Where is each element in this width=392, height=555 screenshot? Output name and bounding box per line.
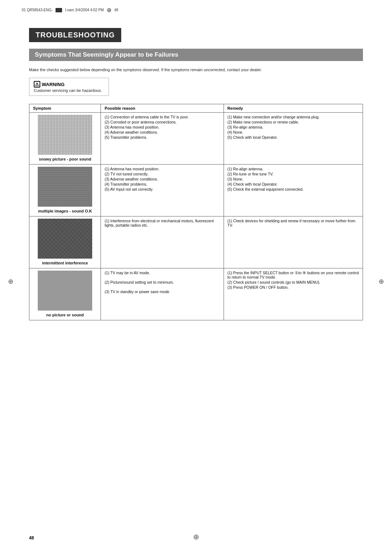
remedy-item: (5) Check the external equipment connect…: [228, 187, 359, 191]
header-meta: 01 QR58543-ENG- I-sam 3/4/2004 4:02 PM ⊕…: [0, 0, 392, 17]
symptom-cell-1: multiple images - sound O.K: [29, 165, 101, 216]
remedy-item: (4) None.: [228, 130, 359, 134]
warning-content: Customer servicing can be hazardous.: [34, 88, 102, 93]
symptom-cell-2: intermittent interference: [29, 216, 101, 268]
remedy-cell-2: (1) Check devices for shielding and rene…: [224, 216, 363, 268]
possible-item: (2) TV not tuned correctly.: [105, 172, 220, 176]
remedy-item: (5) Check with local Operator.: [228, 135, 359, 139]
remedy-item: (1) Press the INPUT SELECT button or ①to…: [228, 271, 359, 279]
symptom-image-0: [38, 115, 92, 155]
table-row: no picture or sound(1) TV may be in AV m…: [29, 268, 363, 320]
meta-text: 01 QR58543-ENG-: [22, 8, 53, 12]
symptom-image-3: [38, 271, 92, 311]
remedy-item: (2) Re-tune or fine tune TV.: [228, 172, 359, 176]
symptom-label-3: no picture or sound: [33, 313, 97, 317]
possible-item: (3) Antenna has moved position.: [105, 125, 220, 129]
possible-item: (5) AV Input not set correctly.: [105, 187, 220, 191]
warning-label: ⚠ WARNING: [34, 81, 102, 88]
meta-block1: [56, 8, 62, 12]
remedy-item: (1) Re-align antenna.: [228, 167, 359, 171]
remedy-item: (3) Re-align antenna.: [228, 125, 359, 129]
symptom-image-2: [38, 219, 92, 259]
table-header-row: Symptom Possible reason Remedy: [29, 104, 363, 113]
footer-page-number: 48: [29, 535, 34, 540]
possible-item: (2) Picture/sound setting set to minimum…: [105, 280, 220, 284]
symptom-cell-3: no picture or sound: [29, 268, 101, 320]
possible-item: (4) Transmitter problems.: [105, 182, 220, 186]
col-possible: Possible reason: [101, 104, 224, 113]
possible-item: (1) Antenna has moved position.: [105, 167, 220, 171]
page: 01 QR58543-ENG- I-sam 3/4/2004 4:02 PM ⊕…: [0, 0, 392, 555]
remedy-cell-3: (1) Press the INPUT SELECT button or ①to…: [224, 268, 363, 320]
crosshair-header: ⊕: [107, 7, 111, 13]
remedy-item: (4) Check with local Operator.: [228, 182, 359, 186]
remedy-item: (2) Check picture / sound controls (go t…: [228, 280, 359, 284]
symptom-image-1: [38, 167, 92, 207]
possible-item: (1) TV may be in AV mode.: [105, 271, 220, 275]
possible-cell-2: (1) Interference from electrical or mech…: [101, 216, 224, 268]
subtitle: Symptoms That Seemingly Appear to be Fai…: [29, 49, 363, 61]
possible-item: (4) Adverse weather conditions.: [105, 130, 220, 134]
possible-item: (3) TV in standby or power save mode.: [105, 289, 220, 294]
table-row: multiple images - sound O.K(1) Antenna h…: [29, 165, 363, 216]
symptom-label-0: snowy picture - poor sound: [33, 157, 97, 161]
remedy-cell-0: (1) Make new connection and/or change an…: [224, 113, 363, 165]
symptom-cell-0: snowy picture - poor sound: [29, 113, 101, 165]
possible-cell-0: (1) Connection of antenna cable to the T…: [101, 113, 224, 165]
footer-crosshair: ⊕: [193, 532, 199, 541]
col-symptom: Symptom: [29, 104, 101, 113]
warning-text-label: WARNING: [42, 82, 65, 87]
possible-item: (1) Connection of antenna cable to the T…: [105, 115, 220, 119]
possible-cell-1: (1) Antenna has moved position.(2) TV no…: [101, 165, 224, 216]
remedy-item: (3) Press POWER ON / OFF button.: [228, 285, 359, 289]
possible-item: (1) Interference from electrical or mech…: [105, 219, 220, 227]
symptom-label-1: multiple images - sound O.K: [33, 209, 97, 213]
possible-item: (5) Transmitter problems.: [105, 135, 220, 139]
warning-icon: ⚠: [34, 81, 40, 88]
troubleshooting-title: TROUBLESHOOTING: [29, 28, 121, 42]
right-margin-crosshair: ⊕: [379, 278, 384, 285]
warning-inner: ⚠ WARNING Customer servicing can be haza…: [34, 81, 102, 93]
intro-text: Make the checks suggested below dependin…: [29, 68, 363, 72]
remedy-item: (1) Make new connection and/or change an…: [228, 115, 359, 119]
remedy-item: (2) Make new connections or renew cable.: [228, 120, 359, 124]
possible-item: (3) Adverse weather conditions.: [105, 177, 220, 181]
meta-text2: I-sam 3/4/2004 4:02 PM: [65, 8, 104, 12]
warning-box: ⚠ WARNING Customer servicing can be haza…: [29, 78, 109, 96]
possible-item: (2) Corroded or poor antenna connections…: [105, 120, 220, 124]
col-remedy: Remedy: [224, 104, 363, 113]
meta-page: 48: [114, 8, 118, 12]
remedy-item: (3) None.: [228, 177, 359, 181]
trouble-table: Symptom Possible reason Remedy snowy pic…: [29, 104, 363, 320]
main-content: TROUBLESHOOTING Symptoms That Seemingly …: [0, 17, 392, 342]
table-row: intermittent interference(1) Interferenc…: [29, 216, 363, 268]
left-margin-crosshair: ⊕: [8, 278, 13, 285]
symptom-label-2: intermittent interference: [33, 261, 97, 265]
table-row: snowy picture - poor sound(1) Connection…: [29, 113, 363, 165]
remedy-cell-1: (1) Re-align antenna.(2) Re-tune or fine…: [224, 165, 363, 216]
remedy-item: (1) Check devices for shielding and rene…: [228, 219, 359, 227]
possible-cell-3: (1) TV may be in AV mode.(2) Picture/sou…: [101, 268, 224, 320]
